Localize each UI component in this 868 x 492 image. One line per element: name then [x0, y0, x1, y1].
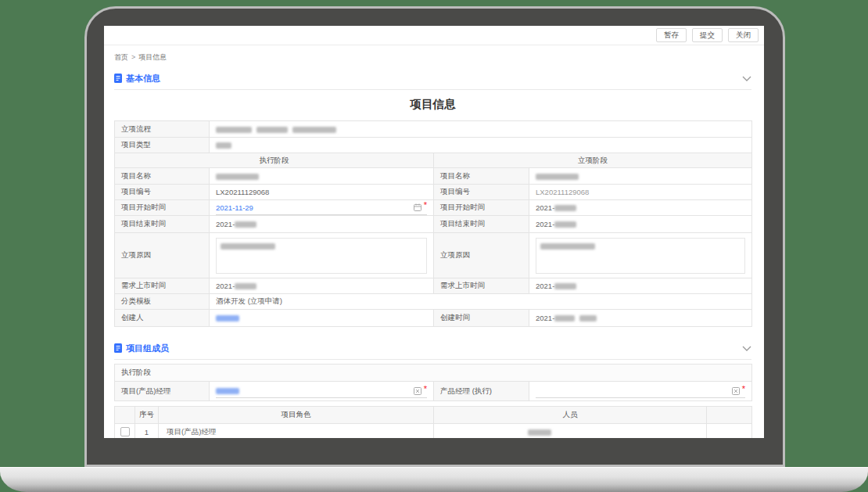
laptop-bezel: 暂存 提交 关闭 首页>项目信息 基本信息 项目信息 [84, 6, 785, 467]
laptop-base [0, 467, 868, 492]
breadcrumb-home[interactable]: 首页 [114, 53, 128, 61]
members-phase-header: 执行阶段 [115, 365, 752, 382]
chevron-down-icon[interactable] [742, 76, 751, 81]
save-draft-button[interactable]: 暂存 [656, 28, 687, 41]
phase-header-init: 立项阶段 [434, 153, 752, 168]
field-label-created-time: 创建时间 [434, 310, 529, 327]
table-row: 1 项目(产品)经理 [115, 424, 752, 439]
field-label-market-init: 需求上市时间 [434, 278, 529, 294]
chevron-down-icon[interactable] [742, 346, 751, 351]
breadcrumb-separator: > [131, 53, 135, 61]
field-label-epm: 产品经理 (执行) [434, 382, 529, 401]
field-value-end-exec: 2021- [210, 216, 434, 233]
reason-textarea-exec[interactable] [210, 233, 434, 278]
breadcrumb: 首页>项目信息 [114, 52, 751, 63]
section-title-basic-info: 基本信息 [126, 73, 160, 84]
section-divider [114, 359, 751, 360]
field-value-template: 酒体开发 (立项申请) [210, 294, 752, 310]
field-label-start-exec: 项目开始时间 [115, 200, 210, 216]
select-user-icon[interactable] [732, 387, 740, 395]
row-checkbox[interactable] [120, 427, 130, 436]
section-header-basic-info: 基本信息 [114, 73, 751, 84]
row-index: 1 [135, 424, 159, 439]
field-value-creator [210, 310, 434, 327]
field-label-code-exec: 项目编号 [115, 185, 210, 200]
field-value-flow [210, 121, 752, 138]
field-value-start-init: 2021- [529, 200, 752, 216]
desktop-background: { "toolbar": { "save": "暂存", "submit": "… [0, 0, 868, 492]
field-value-created-time: 2021- [529, 310, 752, 327]
members-managers-table: 执行阶段 项目(产品)经理 * 产品经理 (执行) [114, 364, 752, 401]
row-role: 项目(产品)经理 [159, 424, 434, 439]
field-label-reason-init: 立项原因 [434, 233, 529, 278]
row-person-field[interactable] [434, 424, 707, 439]
select-user-icon[interactable] [414, 387, 421, 395]
reason-textarea-init[interactable] [529, 233, 752, 278]
toolbar: 暂存 提交 关闭 [104, 26, 764, 45]
required-marker: * [424, 203, 427, 207]
page-title: 项目信息 [114, 97, 751, 112]
field-label-creator: 创建人 [115, 310, 210, 327]
start-date-value[interactable]: 2021-11-29 [216, 203, 253, 212]
field-value-end-init: 2021- [529, 216, 752, 233]
section-divider [114, 89, 751, 90]
members-list-table: 序号 项目角色 人员 1 项目(产品)经理 2 产品经理(执行) [114, 406, 752, 438]
field-value-market-exec: 2021- [210, 278, 434, 294]
row-extra [707, 424, 752, 439]
field-label-name-exec: 项目名称 [115, 168, 210, 185]
field-value-market-init: 2021- [529, 278, 752, 294]
app-window: 暂存 提交 关闭 首页>项目信息 基本信息 项目信息 [104, 26, 764, 438]
column-header-role: 项目角色 [159, 407, 434, 424]
field-label-name-init: 项目名称 [434, 168, 529, 185]
required-marker: * [424, 386, 427, 391]
document-icon [114, 343, 122, 353]
start-date-field[interactable]: 2021-11-29 * [210, 200, 434, 216]
column-header-person: 人员 [434, 407, 707, 424]
field-value-name-exec [210, 168, 434, 185]
basic-info-table: 立项流程 项目类型 执行阶段 立项阶段 项目名称 项目名称 [114, 120, 752, 327]
field-label-flow: 立项流程 [115, 121, 210, 138]
field-label-start-init: 项目开始时间 [434, 200, 529, 216]
field-value-name-init [529, 168, 752, 185]
header-checkbox-cell [115, 407, 135, 424]
field-label-market-exec: 需求上市时间 [115, 278, 210, 294]
phase-header-exec: 执行阶段 [115, 153, 434, 168]
field-label-end-exec: 项目结束时间 [115, 216, 210, 233]
pm-select-field[interactable]: * [210, 382, 434, 401]
field-label-type: 项目类型 [115, 138, 210, 153]
field-value-code-init: LX20211129068 [529, 185, 752, 200]
submit-button[interactable]: 提交 [692, 28, 723, 41]
breadcrumb-current: 项目信息 [138, 53, 167, 61]
field-label-code-init: 项目编号 [434, 185, 529, 200]
field-label-reason-exec: 立项原因 [115, 233, 210, 278]
close-button[interactable]: 关闭 [728, 28, 759, 41]
section-header-members: 项目组成员 [114, 343, 751, 354]
column-header-index: 序号 [135, 407, 159, 424]
field-value-type [210, 138, 752, 153]
field-label-template: 分类模板 [115, 294, 210, 310]
field-label-end-init: 项目结束时间 [434, 216, 529, 233]
epm-select-field[interactable]: * [529, 382, 752, 401]
calendar-icon[interactable] [414, 203, 421, 211]
column-header-extra [707, 407, 752, 424]
document-icon [114, 74, 122, 83]
required-marker: * [742, 386, 745, 391]
field-value-code-exec: LX20211129068 [210, 185, 434, 200]
section-title-members: 项目组成员 [126, 343, 169, 354]
field-label-pm: 项目(产品)经理 [115, 382, 210, 401]
